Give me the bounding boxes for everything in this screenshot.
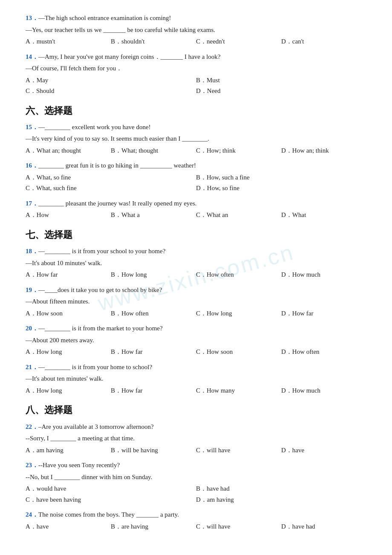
- option-item: B．How far: [111, 385, 196, 396]
- section-title: 七、选择题: [26, 227, 366, 243]
- option-item: A．How: [26, 210, 111, 221]
- question-number: 24．: [26, 511, 38, 518]
- option-item: B．What; thought: [111, 145, 196, 156]
- options-row: A．haveB．are havingC．will haveD．have had: [26, 521, 366, 532]
- option-item: A．mustn't: [26, 36, 111, 47]
- option-item: B．are having: [111, 521, 196, 532]
- question-response: --No, but I ________ dinner with him on …: [26, 472, 366, 483]
- options-row: A．What an; thoughtB．What; thoughtC．How; …: [26, 145, 366, 156]
- option-item: B．will be having: [111, 445, 196, 456]
- question-stem: 18．—________ is it from your school to y…: [26, 246, 366, 257]
- option-item: C．How many: [196, 385, 281, 396]
- option-item: A．have: [26, 521, 111, 532]
- question-response: —About 200 meters away.: [26, 335, 366, 346]
- question-number: 17．: [26, 200, 38, 207]
- option-item: D．am having: [196, 494, 366, 506]
- question-stem: 14．—Amy, I hear you've got many foreign …: [26, 52, 366, 63]
- option-item: D．can't: [281, 36, 366, 47]
- question-stem: 15．—________ excellent work you have don…: [26, 122, 366, 133]
- option-item: D．What: [281, 210, 366, 221]
- question-block: 16．________ great fun it is to go hiking…: [26, 160, 366, 194]
- option-item: C．How often: [196, 269, 281, 280]
- question-number: 14．: [26, 53, 38, 60]
- question-block: 21．—________ is it from your home to sch…: [26, 362, 366, 396]
- option-item: D．How far: [281, 308, 366, 319]
- option-item: C．Should: [26, 86, 196, 97]
- option-item: D．Need: [196, 86, 366, 97]
- option-item: A．What an; thought: [26, 145, 111, 156]
- question-number: 16．: [26, 162, 38, 169]
- option-item: A．would have: [26, 483, 196, 494]
- option-item: D．How much: [281, 385, 366, 396]
- option-item: C．How long: [196, 308, 281, 319]
- option-item: C．will have: [196, 521, 281, 532]
- option-item: C．What, such fine: [26, 183, 196, 194]
- question-response: —Yes, our teacher tells us we _______ be…: [26, 25, 366, 36]
- option-item: B．How, such a fine: [196, 172, 366, 183]
- options-row: A．How soonB．How oftenC．How longD．How far: [26, 308, 366, 319]
- options-row: A．How farB．How longC．How oftenD．How much: [26, 269, 366, 280]
- option-item: A．How long: [26, 385, 111, 396]
- question-stem: 22．–Are you available at 3 tomorrow afte…: [26, 422, 366, 433]
- option-item: B．shouldn't: [111, 36, 196, 47]
- section-title: 六、选择题: [26, 103, 366, 119]
- question-block: 22．–Are you available at 3 tomorrow afte…: [26, 422, 366, 456]
- question-response: —It's very kind of you to say so. It see…: [26, 133, 366, 145]
- question-number: 22．: [26, 423, 38, 430]
- question-stem: 13．—The high school entrance examination…: [26, 13, 366, 24]
- question-block: 18．—________ is it from your school to y…: [26, 246, 366, 280]
- question-number: 15．: [26, 124, 38, 130]
- option-item: C．needn't: [196, 36, 281, 47]
- options-row: A．am havingB．will be havingC．will haveD．…: [26, 445, 366, 456]
- options-row: A．MayB．MustC．ShouldD．Need: [26, 75, 366, 97]
- options-row: A．How longB．How farC．How soonD．How often: [26, 347, 366, 358]
- option-item: A．How soon: [26, 308, 111, 319]
- question-block: 17．________ pleasant the journey was! It…: [26, 198, 366, 221]
- option-item: C．will have: [196, 445, 281, 456]
- question-stem: 17．________ pleasant the journey was! It…: [26, 198, 366, 209]
- option-item: A．May: [26, 75, 196, 86]
- question-stem: 21．—________ is it from your home to sch…: [26, 362, 366, 373]
- option-item: A．How long: [26, 347, 111, 358]
- option-item: A．How far: [26, 269, 111, 280]
- option-item: C．have been having: [26, 494, 196, 506]
- options-row: A．HowB．What aC．What anD．What: [26, 210, 366, 221]
- question-number: 18．: [26, 248, 38, 254]
- options-row: A．mustn'tB．shouldn'tC．needn'tD．can't: [26, 36, 366, 47]
- option-item: D．How an; think: [281, 145, 366, 156]
- question-number: 23．: [26, 462, 38, 468]
- question-stem: 16．________ great fun it is to go hiking…: [26, 160, 366, 171]
- question-response: —It's about 10 minutes' walk.: [26, 258, 366, 269]
- option-item: D．How, so fine: [196, 183, 366, 194]
- question-response: —It's about ten minutes' walk.: [26, 373, 366, 384]
- option-item: B．have had: [196, 483, 366, 494]
- option-item: B．How long: [111, 269, 196, 280]
- question-number: 21．: [26, 364, 38, 370]
- question-stem: 20．—________ is it from the market to yo…: [26, 323, 366, 334]
- question-block: 13．—The high school entrance examination…: [26, 13, 366, 47]
- option-item: D．have had: [281, 521, 366, 532]
- option-item: C．What an: [196, 210, 281, 221]
- option-item: A．am having: [26, 445, 111, 456]
- option-item: C．How; think: [196, 145, 281, 156]
- option-item: A．What, so fine: [26, 172, 196, 183]
- question-block: 24．The noise comes from the boys. They _…: [26, 509, 366, 532]
- option-item: B．How often: [111, 308, 196, 319]
- option-item: D．have: [281, 445, 366, 456]
- options-row: A．What, so fineB．How, such a fineC．What,…: [26, 172, 366, 194]
- question-block: 20．—________ is it from the market to yo…: [26, 323, 366, 358]
- app-container: 13．—The high school entrance examination…: [26, 13, 366, 532]
- question-block: 19．—____does it take you to get to schoo…: [26, 285, 366, 319]
- question-number: 13．: [26, 14, 38, 21]
- question-number: 19．: [26, 286, 38, 293]
- option-item: D．How much: [281, 269, 366, 280]
- options-row: A．How longB．How farC．How manyD．How much: [26, 385, 366, 396]
- options-row: A．would haveB．have hadC．have been having…: [26, 483, 366, 505]
- question-block: 23．--Have you seen Tony recently? --No, …: [26, 460, 366, 505]
- question-block: 15．—________ excellent work you have don…: [26, 122, 366, 156]
- option-item: B．How far: [111, 347, 196, 358]
- question-stem: 23．--Have you seen Tony recently?: [26, 460, 366, 471]
- section-title: 八、选择题: [26, 402, 366, 418]
- option-item: B．What a: [111, 210, 196, 221]
- question-response: —Of course, I'll fetch them for you．: [26, 63, 366, 74]
